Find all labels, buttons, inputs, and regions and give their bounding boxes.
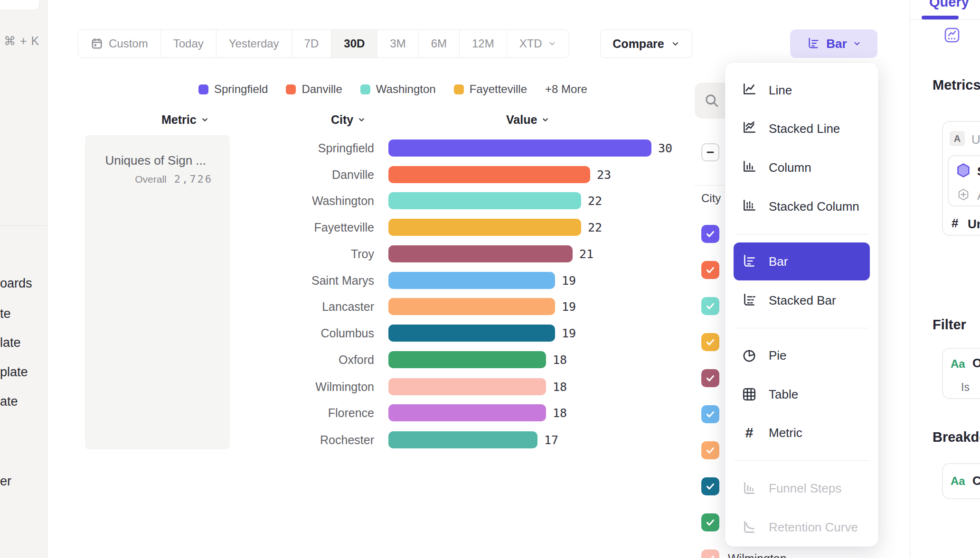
bar[interactable]	[388, 378, 546, 395]
menu-item-label: Pie	[769, 348, 787, 363]
sidebar-item[interactable]: er	[0, 474, 11, 489]
add-hexagon-icon[interactable]	[956, 187, 971, 202]
menu-item-funnel-steps[interactable]: Funnel Steps	[734, 469, 870, 507]
bar-category-label: Oxford	[0, 353, 374, 367]
breakdown-card[interactable]: Aa City	[942, 463, 980, 499]
menu-item-retention-curve[interactable]: Retention Curve	[734, 508, 870, 546]
date-range-7d[interactable]: 7D	[292, 30, 332, 57]
menu-item-stacked-bar[interactable]: Stacked Bar	[734, 281, 870, 319]
column-chart-icon	[741, 159, 757, 176]
bar[interactable]	[388, 245, 573, 262]
bar[interactable]	[388, 192, 581, 209]
bar-row: Danville23	[0, 166, 611, 183]
legend-item[interactable]: Fayetteville	[454, 83, 527, 96]
menu-item-line[interactable]: Line	[734, 71, 870, 109]
check-icon	[704, 444, 716, 456]
legend-label: Washington	[376, 83, 436, 96]
filter-operator: Is	[961, 381, 970, 394]
menu-item-label: Retention Curve	[769, 520, 858, 535]
series-checkbox[interactable]	[701, 261, 719, 279]
event-card[interactable]: Sig Ad	[948, 155, 980, 206]
column-header-metric[interactable]: Metric	[161, 113, 209, 127]
check-icon	[704, 336, 716, 348]
date-range-xtd[interactable]: XTD	[507, 30, 569, 57]
bar[interactable]	[388, 404, 546, 421]
series-checkbox[interactable]	[701, 477, 719, 495]
legend-swatch	[360, 84, 370, 94]
menu-item-stacked-column[interactable]: Stacked Column	[734, 187, 870, 225]
menu-item-table[interactable]: Table	[734, 375, 870, 413]
date-range-12m[interactable]: 12M	[460, 30, 507, 57]
date-range-label: 6M	[431, 37, 447, 50]
date-range-custom[interactable]: Custom	[78, 30, 161, 57]
check-icon	[704, 264, 716, 276]
date-range-yesterday[interactable]: Yesterday	[217, 30, 292, 57]
series-letter-badge: A	[950, 131, 965, 146]
select-all-checkbox[interactable]	[701, 143, 719, 161]
bar[interactable]	[388, 272, 555, 289]
legend-more-link[interactable]: +8 More	[545, 83, 587, 96]
sidebar-item[interactable]: plate	[0, 365, 28, 380]
compare-button[interactable]: Compare	[600, 29, 692, 58]
column-header-city[interactable]: City	[331, 113, 366, 127]
sidebar-item[interactable]: ate	[0, 394, 18, 409]
bar-value-label: 18	[553, 380, 567, 394]
chevron-down-icon	[201, 116, 209, 124]
insights-report-icon[interactable]	[943, 27, 961, 44]
legend-item[interactable]: Springfield	[198, 83, 268, 96]
bar-value-label: 30	[658, 141, 672, 155]
date-range-label: 30D	[344, 37, 365, 50]
check-icon	[704, 516, 716, 529]
chevron-down-icon	[541, 116, 549, 124]
column-header-label: City	[331, 113, 353, 127]
series-checkbox[interactable]	[701, 369, 719, 387]
tab-active-indicator	[922, 16, 959, 19]
legend-label: Springfield	[214, 83, 268, 96]
sidebar-divider	[0, 225, 47, 226]
date-range-30d[interactable]: 30D	[331, 30, 377, 57]
menu-item-column[interactable]: Column	[734, 149, 870, 186]
sidebar-search-pill[interactable]	[0, 0, 40, 10]
bar[interactable]	[388, 325, 555, 342]
filter-card[interactable]: Aa Ope Is i	[942, 348, 980, 399]
legend-label: Fayetteville	[470, 83, 527, 96]
date-range-label: 7D	[304, 37, 319, 50]
sidebar-item[interactable]: late	[0, 335, 21, 350]
date-range-6m[interactable]: 6M	[419, 30, 460, 57]
metric-name-truncated: Uniq	[971, 132, 980, 147]
series-checkbox[interactable]	[701, 333, 719, 351]
column-header-value[interactable]: Value	[506, 113, 549, 127]
date-range-3m[interactable]: 3M	[377, 30, 418, 57]
legend-item[interactable]: Washington	[360, 83, 436, 96]
check-icon	[704, 228, 716, 240]
bar[interactable]	[388, 298, 555, 315]
tab-query[interactable]: Query	[929, 0, 969, 10]
series-checkbox[interactable]	[701, 549, 719, 558]
sidebar-item[interactable]: oards	[0, 276, 32, 291]
series-checkbox[interactable]	[701, 441, 719, 459]
menu-item-pie[interactable]: Pie	[734, 336, 870, 374]
date-range-label: 12M	[472, 37, 494, 50]
bar[interactable]	[388, 351, 546, 368]
bar-row: Washington22	[0, 192, 602, 209]
series-checkbox[interactable]	[701, 225, 719, 243]
keyboard-shortcut-hint: ⌘ + K	[4, 34, 39, 48]
menu-item-stacked-line[interactable]: Stacked Line	[734, 110, 870, 148]
bar[interactable]	[388, 431, 537, 448]
stacked-line-chart-icon	[741, 121, 757, 137]
sidebar-item[interactable]: te	[0, 307, 11, 321]
bar[interactable]	[388, 166, 590, 183]
series-checkbox[interactable]	[701, 297, 719, 315]
series-checkbox[interactable]	[701, 513, 719, 531]
series-row: Wilmington	[701, 549, 787, 558]
bar[interactable]	[388, 140, 651, 157]
bar-row: Saint Marys19	[0, 272, 576, 289]
menu-item-bar[interactable]: Bar	[734, 242, 870, 280]
menu-item-label: Bar	[769, 254, 788, 269]
series-checkbox[interactable]	[701, 405, 719, 423]
legend-item[interactable]: Danville	[286, 83, 342, 96]
bar-category-label: Saint Marys	[0, 274, 374, 288]
bar[interactable]	[388, 219, 581, 236]
date-range-today[interactable]: Today	[161, 30, 217, 57]
menu-item-metric[interactable]: # Metric	[734, 414, 870, 452]
